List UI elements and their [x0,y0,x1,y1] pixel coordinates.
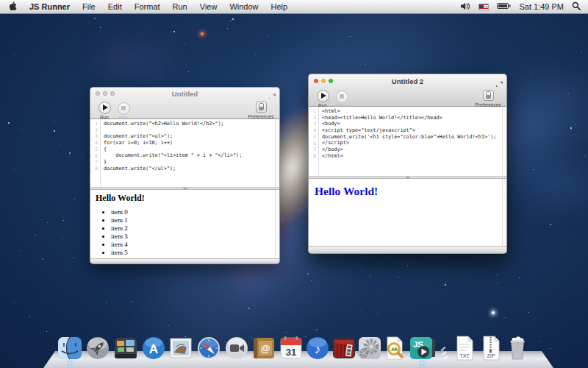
toolbar: Run Stop Preferences [90,99,279,119]
list-item: item 3 [111,233,279,241]
menu-format[interactable]: Format [135,2,160,11]
menu-file[interactable]: File [82,2,96,11]
running-indicator-finder [68,361,72,365]
battery-icon[interactable] [497,2,511,11]
dock-finder-icon[interactable] [57,336,82,361]
apple-menu-icon[interactable] [9,1,17,13]
dock-js-runner-icon[interactable]: JS [409,336,434,361]
dock-ical-icon[interactable]: 31 [279,336,304,361]
window-untitled[interactable]: Untitled Run Stop Preferences 12 34 56 7… [90,87,280,264]
run-button[interactable]: Run [313,88,332,108]
line-number-gutter: 12 34 56 78 [90,119,101,187]
input-language-flag-icon[interactable] [478,4,489,10]
output-list: item 0 item 1 item 2 item 3 item 4 item … [111,208,279,257]
ical-day: 31 [286,347,296,358]
list-item: item 4 [111,241,279,249]
fullscreen-icon[interactable] [269,90,276,96]
list-item: item 2 [111,224,279,233]
list-item: item 0 [111,208,279,216]
menubar-clock[interactable]: Sat 1:49 PM [519,2,564,11]
dock-photo-booth-icon[interactable] [331,336,356,361]
stop-icon [340,94,344,99]
window-bottom-bar [90,258,279,263]
scrollbar-track[interactable] [275,119,279,187]
stop-button[interactable]: Stop [114,100,133,121]
code-text: <html><head><title>Hello World!</title><… [319,107,506,176]
dock-launchpad-icon[interactable] [85,336,110,361]
dock-zip-document-icon[interactable]: ZIP [478,336,503,361]
volume-icon[interactable] [460,2,470,12]
running-indicator-js-runner [420,361,424,365]
splitter-dimple [406,177,409,179]
dock-txt-document-icon[interactable]: TXT [452,336,477,361]
window-title: Untitled 2 [309,77,506,85]
list-item: item 1 [111,216,279,224]
dock: A [0,330,588,368]
menubar-app-name[interactable]: JS Runner [29,2,70,11]
switch-icon [256,102,267,113]
output-pane: Hello World! [309,179,506,246]
dock-facetime-icon[interactable] [224,336,249,361]
scrollbar-track[interactable] [502,107,506,176]
window-title: Untitled [90,89,279,97]
zip-label: ZIP [487,353,495,358]
scrollbar-track[interactable] [502,179,506,246]
menu-edit[interactable]: Edit [108,2,122,11]
play-icon [321,93,326,99]
app-store-letter: A [149,342,158,356]
window-bottom-bar [309,246,506,253]
run-button[interactable]: Run [95,100,114,120]
titlebar[interactable]: Untitled [90,88,279,99]
fullscreen-icon[interactable] [496,77,503,84]
stop-icon [121,106,126,110]
output-heading: Hello World! [315,185,506,198]
address-book-at: @ [261,343,270,354]
dock-preview-icon[interactable] [382,336,407,361]
itunes-note: ♪ [315,342,321,356]
dock-app-store-icon[interactable]: A [141,336,166,361]
dock-mail-icon[interactable] [168,336,193,361]
menu-window[interactable]: Window [229,2,258,11]
code-editor[interactable]: 12 34 56 78 document.write("<h2>Hello Wo… [90,119,279,187]
play-icon [103,105,108,110]
dock-address-book-icon[interactable]: @ [251,336,276,361]
titlebar[interactable]: Untitled 2 [309,74,506,87]
menu-view[interactable]: View [200,2,218,11]
menu-run[interactable]: Run [173,2,187,11]
line-number-gutter: 12 34 56 78 [309,107,319,176]
scrollbar-track[interactable] [275,190,279,258]
output-heading: Hello World! [96,193,279,204]
menu-bar: JS Runner File Edit Format Run View Wind… [0,0,588,14]
preferences-button[interactable]: Preferences [245,100,276,119]
txt-label: TXT [459,353,470,358]
stop-button[interactable]: Stop [332,88,351,109]
output-pane: Hello World! item 0 item 1 item 2 item 3… [90,190,279,258]
toolbar: Run Stop Preferences [309,87,506,107]
dock-itunes-icon[interactable]: ♪ [305,336,330,361]
dock-safari-icon[interactable] [196,336,221,361]
window-untitled-2[interactable]: Untitled 2 Run Stop Preferences 12 34 56… [308,74,507,254]
preferences-button[interactable]: Preferences [473,88,503,107]
list-item: item 5 [111,249,279,257]
dock-trash-icon[interactable] [505,336,530,361]
splitter-dimple [183,188,187,190]
code-editor[interactable]: 12 34 56 78 <html><head><title>Hello Wor… [309,107,506,176]
code-text: document.write("<h2>Hello World!</h2>");… [101,119,279,187]
switch-icon [483,90,494,101]
dock-system-preferences-icon[interactable] [357,336,382,361]
dock-mission-control-icon[interactable] [113,336,138,361]
menu-help[interactable]: Help [271,2,288,11]
spotlight-icon[interactable] [572,1,581,12]
